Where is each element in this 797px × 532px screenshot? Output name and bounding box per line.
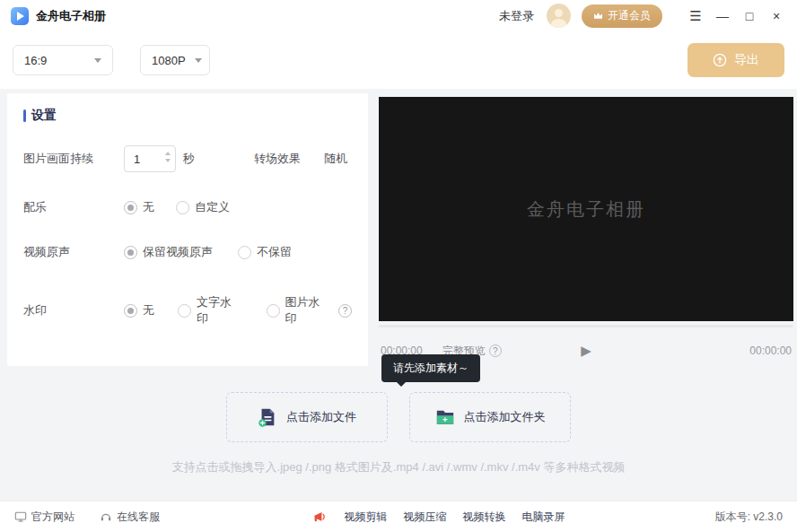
radio-label: 保留视频原声 (143, 244, 213, 260)
promo-link-video-convert[interactable]: 视频转换 (463, 510, 506, 525)
audio-radio-keep[interactable]: 保留视频原声 (124, 244, 213, 260)
export-button[interactable]: 导出 (688, 43, 784, 77)
radio-label: 不保留 (257, 244, 292, 260)
total-time: 00:00:00 (749, 344, 792, 357)
music-label: 配乐 (23, 199, 124, 215)
stepper-up-icon[interactable] (165, 152, 171, 155)
music-radio-custom[interactable]: 自定义 (176, 199, 230, 215)
titlebar: 金舟电子相册 未登录 开通会员 ☰ — □ × (0, 0, 797, 31)
audio-radio-discard[interactable]: 不保留 (238, 244, 292, 260)
close-button[interactable]: × (766, 9, 786, 23)
radio-icon (176, 201, 189, 214)
aspect-ratio-value: 16:9 (24, 54, 47, 67)
video-preview: 金舟电子相册 (379, 97, 793, 321)
promo-link-screen-record[interactable]: 电脑录屏 (522, 510, 565, 525)
radio-icon (124, 201, 137, 214)
menu-icon[interactable]: ☰ (686, 8, 705, 24)
original-audio-row: 视频原声 保留视频原声 不保留 (23, 244, 352, 260)
settings-title: 设置 (31, 108, 57, 124)
watermark-label: 水印 (23, 302, 124, 318)
promo-link-video-edit[interactable]: 视频剪辑 (345, 510, 388, 525)
settings-header: 设置 (23, 108, 352, 124)
watermark-radio-image[interactable]: 图片水印 (267, 294, 332, 327)
radio-icon (267, 304, 280, 318)
export-button-label: 导出 (734, 52, 759, 68)
radio-label: 图片水印 (285, 294, 332, 327)
radio-icon (124, 246, 137, 259)
promo-links: 视频剪辑 视频压缩 视频转换 电脑录屏 (313, 510, 565, 525)
full-preview-help-icon[interactable]: ? (489, 344, 502, 357)
music-radio-none[interactable]: 无 (124, 199, 154, 215)
aspect-ratio-select[interactable]: 16:9 (13, 45, 113, 75)
add-file-label: 点击添加文件 (286, 409, 356, 425)
watermark-radio-text[interactable]: 文字水印 (178, 294, 243, 327)
app-window: 金舟电子相册 未登录 开通会员 ☰ — □ × 16:9 1080 (0, 0, 797, 532)
settings-panel: 设置 图片画面持续 秒 转场效果 随机 配乐 (7, 93, 368, 366)
preview-watermark-text: 金舟电子相册 (527, 197, 645, 222)
promo-link-video-compress[interactable]: 视频压缩 (404, 510, 447, 525)
vip-button[interactable]: 开通会员 (582, 4, 662, 28)
chevron-down-icon (94, 58, 101, 63)
website-icon (14, 510, 27, 523)
radio-label: 自定义 (195, 199, 230, 215)
format-hint: 支持点击或拖拽导入.jpeg /.png 格式图片及.mp4 /.avi /.w… (0, 459, 797, 475)
app-title: 金舟电子相册 (36, 8, 106, 24)
crown-icon (593, 12, 603, 20)
resolution-value: 1080P (152, 54, 186, 67)
duration-label: 图片画面持续 (23, 151, 124, 167)
seek-bar[interactable] (379, 325, 793, 327)
accent-bar (23, 109, 26, 122)
headset-icon (100, 510, 112, 523)
music-row: 配乐 无 自定义 (23, 199, 352, 215)
login-status[interactable]: 未登录 (499, 8, 534, 24)
radio-icon (124, 304, 137, 318)
folder-add-icon (435, 407, 455, 427)
add-folder-button[interactable]: 点击添加文件夹 (409, 392, 571, 442)
chevron-down-icon (195, 58, 202, 63)
resolution-select[interactable]: 1080P (140, 45, 210, 75)
file-add-icon (258, 407, 277, 427)
radio-label: 无 (143, 199, 154, 215)
watermark-radio-none[interactable]: 无 (124, 302, 154, 318)
transition-value[interactable]: 随机 (324, 151, 347, 167)
radio-label: 文字水印 (197, 294, 243, 327)
version-label: 版本号: v2.3.0 (715, 510, 783, 525)
stepper-down-icon[interactable] (165, 159, 171, 162)
toolbar: 16:9 1080P 导出 (0, 31, 797, 89)
original-audio-label: 视频原声 (23, 244, 124, 260)
avatar[interactable] (547, 4, 571, 28)
add-folder-label: 点击添加文件夹 (464, 409, 546, 425)
maximize-button[interactable]: □ (740, 9, 759, 23)
radio-label: 无 (143, 302, 154, 318)
online-service-link[interactable]: 在线客服 (100, 510, 160, 525)
app-logo-icon (11, 7, 29, 25)
upload-icon (713, 53, 727, 67)
duration-input-wrap (124, 145, 176, 172)
official-site-link[interactable]: 官方网站 (14, 510, 74, 525)
duration-stepper[interactable] (165, 152, 171, 162)
add-material-tooltip: 请先添加素材～ (381, 354, 480, 382)
duration-row: 图片画面持续 秒 转场效果 随机 (23, 145, 352, 172)
avatar-head (555, 9, 563, 17)
watermark-help-icon[interactable]: ? (338, 304, 352, 318)
radio-icon (178, 304, 191, 318)
add-file-button[interactable]: 点击添加文件 (226, 392, 388, 442)
avatar-body (551, 19, 566, 28)
online-service-label: 在线客服 (117, 510, 160, 525)
main-area: 设置 图片画面持续 秒 转场效果 随机 配乐 (0, 89, 797, 501)
play-icon[interactable]: ▶ (581, 343, 591, 359)
watermark-row: 水印 无 文字水印 图片水印 ? (23, 294, 352, 327)
minimize-button[interactable]: — (713, 9, 732, 23)
transition-label: 转场效果 (254, 151, 301, 167)
radio-icon (238, 246, 251, 259)
official-site-label: 官方网站 (31, 510, 74, 525)
megaphone-icon (313, 510, 328, 524)
footer: 官方网站 在线客服 视频剪辑 视频压缩 视频转换 电脑录屏 版本号: v2.3.… (0, 501, 797, 532)
preview-panel: 金舟电子相册 00:00:00 完整预览 ? ▶ 00:00:00 (379, 97, 793, 360)
duration-unit: 秒 (183, 151, 195, 167)
vip-button-label: 开通会员 (608, 8, 651, 23)
